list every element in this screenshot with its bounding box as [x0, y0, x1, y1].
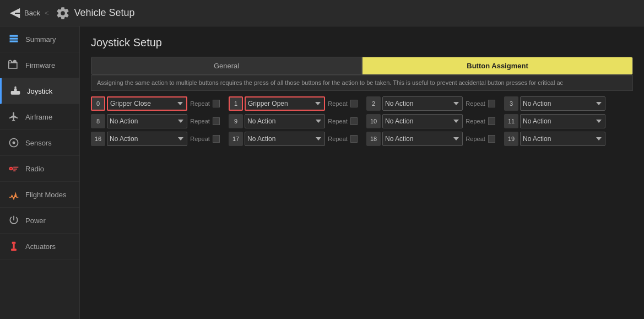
back-button[interactable]: Back <	[9, 7, 50, 19]
button-cell-9: 9 No Action Gripper Close Gripper Open R…	[229, 114, 358, 128]
back-icon	[9, 7, 21, 19]
button-cell-2: 2 No Action Gripper Close Gripper Open R…	[366, 96, 495, 111]
button-cell-19: 19 No Action Gripper Close Gripper Open	[504, 132, 633, 146]
content-area: Joystick Setup General Button Assigment …	[80, 26, 644, 319]
tab-general[interactable]: General	[91, 57, 362, 75]
svg-rect-9	[13, 169, 17, 170]
sidebar-item-radio[interactable]: Radio	[0, 156, 79, 182]
radio-icon	[8, 163, 20, 175]
sidebar-item-joystick[interactable]: Joystick	[0, 78, 79, 104]
repeat-label-17: Repeat	[328, 136, 347, 142]
firmware-icon	[8, 59, 20, 71]
sidebar-label-flight-modes: Flight Modes	[25, 191, 66, 199]
repeat-label-9: Repeat	[328, 118, 347, 125]
flight-modes-icon	[8, 188, 20, 201]
action-select-0[interactable]: Gripper Close No Action Gripper Open	[107, 96, 187, 111]
svg-point-4	[14, 86, 16, 88]
button-row-0: 0 Gripper Close No Action Gripper Open R…	[91, 96, 633, 111]
button-num-17: 17	[229, 132, 243, 146]
repeat-check-16[interactable]	[213, 135, 220, 143]
repeat-check-17[interactable]	[350, 135, 358, 143]
back-separator: <	[45, 9, 49, 17]
repeat-check-0[interactable]	[213, 100, 220, 107]
gear-icon	[56, 6, 70, 20]
button-cell-3: 3 No Action Gripper Close Gripper Open	[504, 96, 633, 111]
svg-rect-8	[13, 167, 18, 168]
button-num-1: 1	[229, 96, 243, 111]
action-select-16[interactable]: No Action Gripper Close Gripper Open	[107, 132, 187, 146]
button-cell-16: 16 No Action Gripper Close Gripper Open …	[91, 132, 220, 146]
action-select-9[interactable]: No Action Gripper Close Gripper Open	[245, 114, 325, 128]
button-cell-17: 17 No Action Gripper Close Gripper Open …	[229, 132, 358, 146]
repeat-label-16: Repeat	[190, 136, 209, 142]
repeat-label-1: Repeat	[328, 100, 347, 107]
action-select-17[interactable]: No Action Gripper Close Gripper Open	[245, 132, 325, 146]
svg-rect-10	[13, 170, 15, 171]
action-select-19[interactable]: No Action Gripper Close Gripper Open	[520, 132, 605, 146]
sensors-icon	[8, 137, 20, 149]
repeat-label-0: Repeat	[190, 100, 209, 107]
repeat-label-18: Repeat	[466, 136, 485, 142]
repeat-check-10[interactable]	[488, 117, 495, 125]
action-select-3[interactable]: No Action Gripper Close Gripper Open	[520, 96, 605, 111]
summary-icon	[8, 33, 20, 45]
sidebar-item-firmware[interactable]: Firmware	[0, 52, 79, 78]
sidebar-item-actuators[interactable]: Actuators	[0, 234, 79, 259]
sidebar-label-power: Power	[25, 217, 46, 225]
button-num-10: 10	[366, 114, 381, 128]
page-title: Joystick Setup	[91, 36, 633, 49]
action-select-1[interactable]: Gripper Open No Action Gripper Close	[245, 96, 325, 111]
top-bar: Back < Vehicle Setup	[0, 0, 644, 26]
action-select-10[interactable]: No Action Gripper Close Gripper Open	[382, 114, 463, 128]
svg-rect-3	[14, 88, 17, 92]
button-num-8: 8	[91, 114, 105, 128]
tabs-container: General Button Assigment	[91, 57, 633, 75]
svg-rect-11	[12, 242, 16, 244]
button-cell-18: 18 No Action Gripper Close Gripper Open …	[366, 132, 495, 146]
sidebar-item-airframe[interactable]: Airframe	[0, 104, 79, 130]
button-num-16: 16	[91, 132, 105, 146]
svg-point-7	[10, 167, 12, 169]
button-row-1: 8 No Action Gripper Close Gripper Open R…	[91, 114, 633, 128]
airframe-icon	[8, 111, 20, 123]
repeat-check-2[interactable]	[488, 100, 495, 107]
sidebar-item-power[interactable]: Power	[0, 208, 79, 234]
sidebar-label-airframe: Airframe	[25, 113, 52, 121]
sidebar-label-sensors: Sensors	[25, 139, 52, 147]
action-select-18[interactable]: No Action Gripper Close Gripper Open	[382, 132, 463, 146]
button-num-19: 19	[504, 132, 518, 146]
button-cell-0: 0 Gripper Close No Action Gripper Open R…	[91, 96, 220, 111]
button-row-2: 16 No Action Gripper Close Gripper Open …	[91, 132, 633, 146]
button-num-11: 11	[504, 114, 518, 128]
button-num-3: 3	[504, 96, 518, 111]
back-label: Back	[24, 9, 40, 17]
power-icon	[8, 214, 20, 226]
button-cell-11: 11 No Action Gripper Close Gripper Open	[504, 114, 633, 128]
repeat-label-10: Repeat	[466, 118, 485, 125]
button-cell-8: 8 No Action Gripper Close Gripper Open R…	[91, 114, 220, 128]
main-layout: Summary Firmware Joystick Airframe Senso	[0, 26, 644, 319]
button-cell-1: 1 Gripper Open No Action Gripper Close R…	[229, 96, 358, 111]
sidebar-item-sensors[interactable]: Sensors	[0, 130, 79, 156]
repeat-check-9[interactable]	[350, 117, 358, 125]
svg-rect-13	[11, 248, 17, 251]
repeat-check-18[interactable]	[488, 135, 495, 143]
repeat-check-8[interactable]	[213, 117, 220, 125]
svg-rect-12	[13, 244, 14, 248]
sidebar-item-flight-modes[interactable]: Flight Modes	[0, 182, 79, 208]
action-select-2[interactable]: No Action Gripper Close Gripper Open	[382, 96, 463, 111]
sidebar-label-summary: Summary	[25, 35, 56, 44]
repeat-label-8: Repeat	[190, 118, 209, 125]
button-num-0: 0	[91, 96, 105, 111]
sidebar-item-summary[interactable]: Summary	[0, 26, 79, 52]
repeat-check-1[interactable]	[350, 100, 358, 107]
action-select-8[interactable]: No Action Gripper Close Gripper Open	[107, 114, 187, 128]
sidebar-label-joystick: Joystick	[27, 87, 52, 95]
button-num-9: 9	[229, 114, 243, 128]
page-header-title: Vehicle Setup	[56, 6, 135, 20]
tab-button-assignment[interactable]: Button Assigment	[362, 57, 633, 75]
sidebar: Summary Firmware Joystick Airframe Senso	[0, 26, 80, 319]
joystick-icon	[9, 85, 21, 97]
action-select-11[interactable]: No Action Gripper Close Gripper Open	[520, 114, 605, 128]
sidebar-label-firmware: Firmware	[25, 61, 55, 69]
